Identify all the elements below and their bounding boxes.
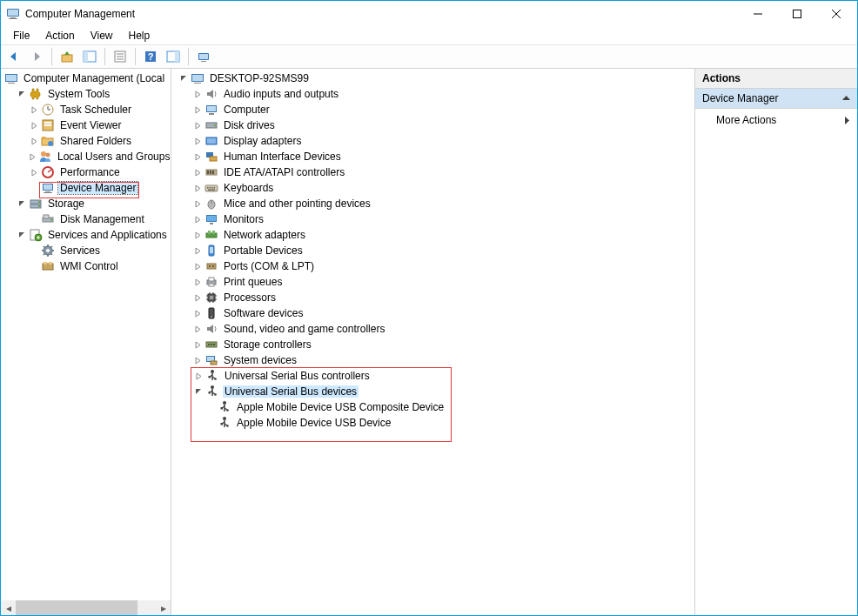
audio-label: Audio inputs and outputs	[222, 88, 340, 100]
device-root[interactable]: DESKTOP-92SMS99	[178, 70, 694, 86]
menu-action[interactable]: Action	[38, 28, 81, 44]
device-processors[interactable]: Processors	[178, 290, 694, 305]
tree-system-tools[interactable]: System Tools	[3, 86, 171, 102]
expand-icon[interactable]	[29, 104, 39, 115]
expand-icon[interactable]	[192, 245, 203, 256]
device-network[interactable]: Network adapters	[178, 227, 694, 243]
expand-icon[interactable]	[192, 198, 203, 209]
expand-icon[interactable]	[192, 355, 203, 365]
device-usbctl[interactable]: Universal Serial Bus controllers	[191, 368, 451, 384]
actions-selected-label: Device Manager	[702, 92, 778, 104]
tree-wmi-control[interactable]: WMI Control	[3, 258, 171, 274]
scroll-right-arrow[interactable]: ▸	[156, 600, 171, 615]
expand-icon[interactable]	[192, 277, 203, 287]
device-keyboards[interactable]: Keyboards	[178, 180, 694, 196]
svg-rect-23	[6, 75, 17, 81]
menu-view[interactable]: View	[84, 28, 120, 44]
content-area: Computer Management (Local System Tools …	[1, 69, 857, 615]
performance-icon	[41, 165, 55, 179]
help-button[interactable]: ?	[141, 47, 160, 66]
svg-point-44	[38, 205, 40, 207]
expand-icon[interactable]	[192, 261, 203, 271]
expand-icon[interactable]	[29, 136, 39, 146]
expand-icon[interactable]	[192, 292, 203, 303]
up-button[interactable]	[57, 47, 77, 66]
storagectl-label: Storage controllers	[222, 338, 313, 351]
services-apps-label: Services and Applications	[46, 229, 169, 241]
collapse-icon[interactable]	[17, 89, 27, 99]
expand-icon[interactable]	[192, 339, 203, 350]
expand-icon[interactable]	[192, 151, 203, 162]
device-disk[interactable]: Disk drives	[178, 117, 694, 133]
device-computer[interactable]: Computer	[178, 102, 694, 117]
device-usbdev[interactable]: Universal Serial Bus devices	[191, 384, 451, 399]
sysdev-label: System devices	[222, 354, 298, 366]
expand-icon[interactable]	[192, 183, 203, 193]
expand-icon[interactable]	[192, 230, 203, 240]
device-ports[interactable]: Ports (COM & LPT)	[178, 258, 694, 274]
expand-icon[interactable]	[192, 104, 203, 115]
back-button[interactable]	[4, 47, 23, 66]
scrollbar-horizontal[interactable]: ◂ ▸	[1, 600, 171, 615]
tree-root[interactable]: Computer Management (Local	[3, 70, 171, 86]
expand-icon[interactable]	[193, 371, 204, 381]
expand-icon[interactable]	[29, 120, 39, 131]
device-portable[interactable]: Portable Devices	[178, 243, 694, 258]
actions-selected[interactable]: Device Manager	[695, 89, 857, 109]
properties-button[interactable]	[111, 47, 130, 66]
device-sysdev[interactable]: System devices	[178, 352, 694, 368]
show-hide-tree-button[interactable]	[80, 47, 99, 66]
highlight-usb-section: Universal Serial Bus controllers Univers…	[191, 367, 452, 442]
expand-icon[interactable]	[29, 151, 37, 162]
scan-hardware-button[interactable]	[194, 47, 213, 66]
svg-rect-59	[207, 106, 216, 111]
device-hid[interactable]: Human Interface Devices	[178, 149, 694, 164]
tree-shared-folders[interactable]: Shared Folders	[3, 133, 171, 149]
device-ide[interactable]: IDE ATA/ATAPI controllers	[178, 164, 694, 180]
storage-label: Storage	[46, 198, 86, 210]
device-audio[interactable]: Audio inputs and outputs	[178, 86, 694, 102]
close-button[interactable]	[816, 2, 855, 26]
device-printq[interactable]: Print queues	[178, 274, 694, 290]
maximize-button[interactable]	[777, 2, 816, 26]
menu-help[interactable]: Help	[122, 28, 158, 44]
tree-device-manager[interactable]: Device Manager	[3, 180, 171, 196]
tree-local-users[interactable]: Local Users and Groups	[3, 149, 171, 164]
device-apple2[interactable]: Apple Mobile Device USB Device	[191, 415, 451, 431]
expand-icon[interactable]	[192, 308, 203, 318]
tree-services-apps[interactable]: Services and Applications	[3, 227, 171, 243]
device-storagectl[interactable]: Storage controllers	[178, 337, 694, 352]
minimize-button[interactable]	[738, 2, 777, 26]
svg-rect-47	[44, 215, 49, 218]
scrollbar-thumb[interactable]	[16, 600, 137, 615]
tree-storage[interactable]: Storage	[3, 196, 171, 211]
device-software[interactable]: Software devices	[178, 305, 694, 321]
tree-disk-management[interactable]: Disk Management	[3, 211, 171, 227]
show-hide-action-button[interactable]	[164, 47, 183, 66]
expand-icon[interactable]	[29, 167, 39, 177]
device-mice[interactable]: Mice and other pointing devices	[178, 196, 694, 211]
expand-icon[interactable]	[192, 136, 203, 146]
device-apple1[interactable]: Apple Mobile Device USB Composite Device	[191, 399, 451, 415]
tree-task-scheduler[interactable]: Task Scheduler	[3, 102, 171, 117]
device-monitors[interactable]: Monitors	[178, 211, 694, 227]
device-display[interactable]: Display adapters	[178, 133, 694, 149]
display-label: Display adapters	[222, 135, 303, 147]
tree-event-viewer[interactable]: Event Viewer	[3, 117, 171, 133]
collapse-icon[interactable]	[17, 230, 27, 240]
collapse-icon[interactable]	[178, 73, 189, 84]
expand-icon[interactable]	[192, 324, 203, 334]
collapse-icon[interactable]	[193, 386, 204, 397]
menu-file[interactable]: File	[6, 28, 37, 44]
actions-more[interactable]: More Actions	[695, 109, 857, 131]
expand-icon[interactable]	[192, 89, 203, 99]
expand-icon[interactable]	[192, 214, 203, 224]
forward-button[interactable]	[27, 47, 46, 66]
expand-icon[interactable]	[192, 120, 203, 131]
collapse-icon[interactable]	[17, 198, 27, 209]
tree-performance[interactable]: Performance	[3, 164, 171, 180]
scroll-left-arrow[interactable]: ◂	[1, 600, 16, 615]
expand-icon[interactable]	[192, 167, 203, 177]
device-sound[interactable]: Sound, video and game controllers	[178, 321, 694, 337]
tree-services[interactable]: Services	[3, 243, 171, 258]
